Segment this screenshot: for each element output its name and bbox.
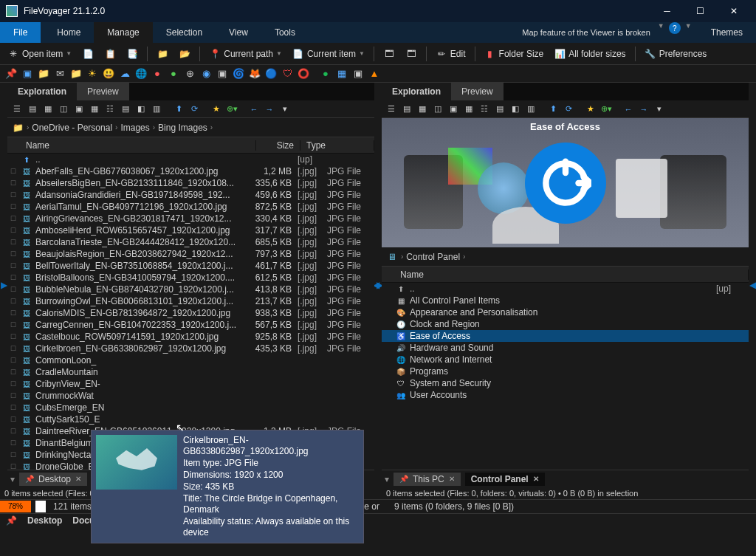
sc-8[interactable]: 🌐 — [134, 67, 148, 80]
file-row[interactable]: ☐🖼BubbleNebula_EN-GB8740432780_1920x1200… — [7, 284, 374, 295]
pt-l7[interactable]: ☷ — [103, 103, 117, 116]
close-tab-icon[interactable]: ✕ — [75, 475, 81, 483]
tool-icon-1[interactable]: 📄 — [79, 47, 97, 61]
pt-rup[interactable]: ⬆ — [546, 103, 560, 116]
menu-file[interactable]: File — [0, 22, 41, 43]
pt-l10[interactable]: ▥ — [150, 103, 163, 116]
tool-icon-7[interactable]: 🗔 — [402, 47, 420, 61]
pt-lup[interactable]: ⬆ — [172, 103, 185, 116]
pt-r6[interactable]: ▦ — [462, 103, 475, 116]
file-row[interactable]: ☐🖼CalorisMDIS_EN-GB7813964872_1920x1200.… — [7, 307, 374, 319]
up-row[interactable]: ⬆..[up] — [7, 154, 374, 165]
left-breadcrumb[interactable]: 📁 › OneDrive - Personal › Images › Bing … — [7, 118, 374, 137]
pt-rstar[interactable]: ★ — [584, 103, 597, 116]
pt-l2[interactable]: ▤ — [26, 103, 39, 116]
menu-tools[interactable]: Tools — [261, 22, 309, 43]
qb-desktop[interactable]: Desktop — [27, 515, 62, 526]
maximize-button[interactable]: ☐ — [684, 0, 717, 22]
file-row[interactable]: ☐🖼CribynView_EN- — [7, 378, 374, 390]
bc-cp[interactable]: Control Panel — [406, 252, 460, 262]
sc-7[interactable]: ☁ — [118, 67, 131, 80]
pt-l5[interactable]: ▣ — [72, 103, 86, 116]
sc-3[interactable]: ✉ — [53, 67, 66, 80]
file-row[interactable]: ☐🖼CommonLoon_ — [7, 354, 374, 366]
cp-row[interactable]: ▦All Control Panel Items — [382, 295, 749, 306]
sc-4[interactable]: 📁 — [69, 67, 83, 80]
file-row[interactable]: ☐🖼BeaujolaisRegion_EN-GB2038627942_1920x… — [7, 248, 374, 260]
bc-onedrive[interactable]: OneDrive - Personal — [32, 123, 112, 133]
file-row[interactable]: ☐🖼CradleMountain — [7, 366, 374, 378]
menu-view[interactable]: View — [216, 22, 261, 43]
sc-11[interactable]: ⊕ — [183, 67, 196, 80]
pt-lback[interactable]: ← — [247, 103, 261, 116]
file-row[interactable]: ☐🖼CuttySark150_E — [7, 413, 374, 425]
right-tab-preview[interactable]: Preview — [451, 83, 504, 100]
cp-row[interactable]: 🎨Appearance and Personalisation — [382, 306, 749, 318]
file-row[interactable]: ☐🖼AerialTamul_EN-GB4097712196_1920x1200.… — [7, 201, 374, 213]
sc-chrome[interactable]: 🔵 — [264, 67, 278, 80]
pt-rfwd[interactable]: → — [637, 103, 650, 116]
loctab-drop-icon[interactable]: ▾ — [10, 474, 15, 484]
file-row[interactable]: ☐🖼BellTowerItaly_EN-GB7351068854_1920x12… — [7, 260, 374, 272]
folder-size-button[interactable]: ▮Folder Size — [481, 47, 547, 61]
sc-2[interactable]: 📁 — [37, 67, 50, 80]
pt-rdown[interactable]: ▾ — [653, 103, 666, 116]
left-edge-handle[interactable]: ▶ — [0, 83, 7, 487]
cp-row[interactable]: 🕐Clock and Region — [382, 318, 749, 330]
sc-opera[interactable]: ⭕ — [297, 67, 310, 80]
sc-6[interactable]: 😃 — [102, 67, 115, 80]
file-row[interactable]: ☐🖼CarregCennen_EN-GB1047022353_1920x1200… — [7, 319, 374, 331]
file-row[interactable]: ☐🖼AbseilersBigBen_EN-GB2133111846_1920x1… — [7, 177, 374, 189]
pt-r10[interactable]: ▥ — [524, 103, 537, 116]
col-type[interactable]: Type — [300, 140, 374, 151]
pt-r9[interactable]: ◧ — [509, 103, 522, 116]
sc-9[interactable]: ● — [151, 67, 164, 80]
left-tab-exploration[interactable]: Exploration — [7, 83, 77, 100]
pt-l4[interactable]: ◫ — [57, 103, 70, 116]
edit-button[interactable]: ✏Edit — [433, 47, 469, 61]
cp-row[interactable]: ♿Ease of Access — [382, 330, 749, 342]
tool-icon-3[interactable]: 📑 — [123, 47, 141, 61]
preferences-button[interactable]: 🔧Preferences — [642, 47, 710, 61]
file-row[interactable]: ☐🖼BurrowingOwl_EN-GB0066813101_1920x1200… — [7, 295, 374, 307]
bc-images[interactable]: Images — [120, 123, 149, 133]
pt-l3[interactable]: ▦ — [41, 103, 55, 116]
close-tab-icon[interactable]: ✕ — [533, 475, 539, 483]
cp-row[interactable]: 🛡System and Security — [382, 377, 749, 389]
pt-r2[interactable]: ▤ — [400, 103, 413, 116]
sc-brave[interactable]: 🛡 — [281, 67, 294, 80]
col-size[interactable]: Size — [256, 140, 300, 151]
help-button[interactable]: ? — [669, 22, 681, 34]
close-tab-icon[interactable]: ✕ — [449, 475, 455, 483]
file-row[interactable]: ☐🖼CubsEmerge_EN — [7, 402, 374, 413]
cp-row[interactable]: ⬆..[up] — [382, 283, 749, 295]
pt-r3[interactable]: ▦ — [416, 103, 429, 116]
right-tab-exploration[interactable]: Exploration — [382, 83, 451, 100]
sc-5[interactable]: ☀ — [86, 67, 99, 80]
file-row[interactable]: ☐🖼AdansoniaGrandidieri_EN-GB1971849598_1… — [7, 189, 374, 201]
tool-icon-5[interactable]: 📂 — [176, 47, 193, 61]
pt-r4[interactable]: ◫ — [431, 103, 444, 116]
pt-lrefresh[interactable]: ⟳ — [188, 103, 201, 116]
sc-1[interactable]: ▣ — [21, 67, 34, 80]
file-row[interactable]: ☐🖼CrummockWat — [7, 390, 374, 402]
cp-row[interactable]: 🌐Network and Internet — [382, 354, 749, 365]
right-edge-handle[interactable]: ◀ — [749, 83, 756, 487]
pt-rback[interactable]: ← — [622, 103, 635, 116]
loctab-drop-icon-r[interactable]: ▾ — [385, 474, 389, 484]
right-file-list[interactable]: ⬆..[up]▦All Control Panel Items🎨Appearan… — [382, 283, 749, 470]
pt-lfwd[interactable]: → — [263, 103, 276, 116]
sc-14[interactable]: ▦ — [335, 67, 348, 80]
pt-l9[interactable]: ◧ — [134, 103, 148, 116]
sc-vlc[interactable]: ▲ — [368, 67, 381, 80]
pt-r7[interactable]: ☷ — [478, 103, 491, 116]
file-row[interactable]: ☐🖼BristolBalloons_EN-GB3410059794_1920x1… — [7, 272, 374, 284]
menu-home[interactable]: Home — [44, 22, 94, 43]
sc-12[interactable]: ◉ — [199, 67, 213, 80]
sc-15[interactable]: ▣ — [351, 67, 365, 80]
cp-row[interactable]: 📦Programs — [382, 365, 749, 377]
pt-r8[interactable]: ▤ — [493, 103, 506, 116]
left-tab-preview[interactable]: Preview — [77, 83, 129, 100]
col-name[interactable]: Name — [20, 140, 256, 151]
sc-firefox[interactable]: 🦊 — [248, 67, 261, 80]
